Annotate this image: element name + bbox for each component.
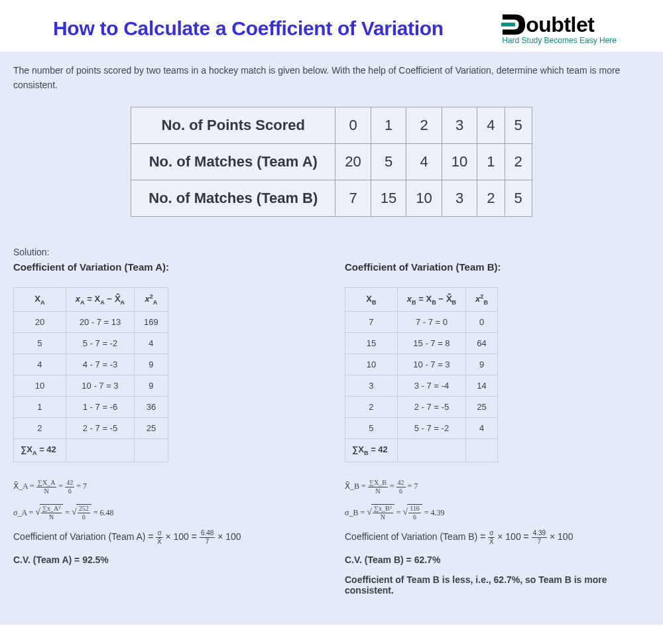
calc-cell: 1 - 7 = -6 — [66, 397, 134, 418]
tagline: Hard Study Becomes Easy Here — [502, 36, 617, 45]
data-cell: 7 — [335, 180, 371, 217]
data-cell: 20 — [335, 144, 371, 180]
calc-cell: 4 — [135, 333, 168, 354]
calc-cell: 2 — [14, 418, 66, 439]
data-cell: 0 — [335, 107, 371, 144]
calc-cell: 20 — [14, 312, 66, 333]
calc-cell: 9 — [135, 375, 168, 397]
calc-cell: 5 - 7 = -2 — [397, 418, 465, 439]
page-title: How to Calculate a Coefficient of Variat… — [53, 17, 444, 40]
data-cell: 2 — [406, 107, 442, 144]
data-cell: 5 — [505, 107, 532, 144]
calc-cell: 1 — [14, 397, 66, 418]
calc-cell: 9 — [135, 354, 168, 375]
calc-cell: 14 — [466, 375, 498, 397]
logo: oubtlet — [500, 12, 617, 37]
header: How to Calculate a Coefficient of Variat… — [0, 0, 663, 52]
calc-cell: 10 - 7 = 3 — [397, 354, 465, 375]
calc-cell: 64 — [466, 333, 498, 354]
row-header: No. of Matches (Team B) — [131, 180, 335, 217]
data-cell: 5 — [371, 144, 406, 180]
calc-cell: 4 - 7 = -3 — [66, 354, 134, 375]
calc-cell: 25 — [466, 397, 498, 418]
calc-cell: 2 - 7 = -5 — [397, 397, 465, 418]
calc-cell: 10 — [345, 354, 398, 375]
calc-cell: 3 - 7 = -4 — [397, 375, 465, 397]
calc-cell: 2 - 7 = -5 — [66, 418, 134, 439]
calc-cell: 20 - 7 = 13 — [66, 312, 134, 333]
calc-cell: 10 - 7 = 3 — [66, 375, 134, 397]
team-b-table: XBxB = XB − X̄Bx2B77 - 7 = 001515 - 7 = … — [345, 287, 498, 462]
row-header: No. of Matches (Team A) — [131, 144, 335, 180]
calc-cell: 10 — [14, 375, 66, 397]
data-cell: 1 — [371, 107, 406, 144]
data-cell: 4 — [477, 107, 505, 144]
team-b-column: Coefficient of Variation (Team B): XBxB … — [345, 261, 650, 605]
calc-cell: 0 — [466, 312, 498, 333]
team-a-heading: Coefficient of Variation (Team A): — [13, 261, 318, 273]
conclusion: Coefficient of Team B is less, i.e., 62.… — [345, 574, 650, 596]
row-header: No. of Points Scored — [131, 107, 335, 144]
team-a-result: C.V. (Team A) = 92.5% — [13, 554, 318, 565]
logo-text: oubtlet — [526, 13, 594, 37]
team-a-column: Coefficient of Variation (Team A): XAxA … — [13, 261, 318, 605]
team-a-sd: σ_A = ∑x_A²N = 2526 = 6.48 — [13, 504, 318, 521]
team-b-sd: σ_B = ∑x_B²N = 1166 = 4.39 — [345, 504, 650, 521]
logo-icon — [500, 12, 528, 37]
solution-columns: Coefficient of Variation (Team A): XAxA … — [13, 261, 650, 605]
data-cell: 5 — [505, 180, 532, 217]
team-a-cv-formula: Coefficient of Variation (Team A) = σX̄ … — [13, 530, 318, 545]
data-cell: 3 — [442, 180, 477, 217]
calc-cell: 4 — [14, 354, 66, 375]
team-a-table: XAxA = XA − X̄Ax2A2020 - 7 = 1316955 - 7… — [13, 287, 168, 462]
data-table: No. of Points Scored012345No. of Matches… — [131, 107, 532, 217]
calc-cell: 169 — [135, 312, 168, 333]
calc-cell: 3 — [345, 375, 398, 397]
logo-block: oubtlet Hard Study Becomes Easy Here — [500, 12, 617, 45]
svg-rect-0 — [501, 23, 515, 27]
team-b-result: C.V. (Team B) = 62.7% — [345, 554, 650, 565]
calc-cell: 2 — [345, 397, 398, 418]
calc-cell: 15 - 7 = 8 — [397, 333, 465, 354]
team-b-heading: Coefficient of Variation (Team B): — [345, 261, 650, 273]
data-cell: 4 — [406, 144, 442, 180]
data-cell: 10 — [406, 180, 442, 217]
solution-label: Solution: — [13, 247, 650, 257]
calc-cell: 5 — [345, 418, 398, 439]
team-a-mean: X̄_A = ∑X_AN = 426 = 7 — [13, 480, 318, 495]
data-cell: 2 — [477, 180, 505, 217]
data-cell: 2 — [505, 144, 532, 180]
team-b-cv-formula: Coefficient of Variation (Team B) = σX̄ … — [345, 530, 650, 545]
calc-cell: 7 — [345, 312, 398, 333]
content: The number of points scored by two teams… — [0, 52, 663, 625]
team-b-mean: X̄_B = ∑X_BN = 426 = 7 — [345, 480, 650, 495]
calc-cell: 36 — [135, 397, 168, 418]
data-cell: 3 — [442, 107, 477, 144]
calc-cell: 25 — [135, 418, 168, 439]
problem-statement: The number of points scored by two teams… — [13, 64, 650, 92]
data-cell: 15 — [371, 180, 406, 217]
data-cell: 10 — [442, 144, 477, 180]
calc-cell: 4 — [466, 418, 498, 439]
calc-cell: 5 - 7 = -2 — [66, 333, 134, 354]
calc-cell: 7 - 7 = 0 — [397, 312, 465, 333]
data-cell: 1 — [477, 144, 505, 180]
calc-cell: 5 — [14, 333, 66, 354]
calc-cell: 9 — [466, 354, 498, 375]
calc-cell: 15 — [345, 333, 398, 354]
